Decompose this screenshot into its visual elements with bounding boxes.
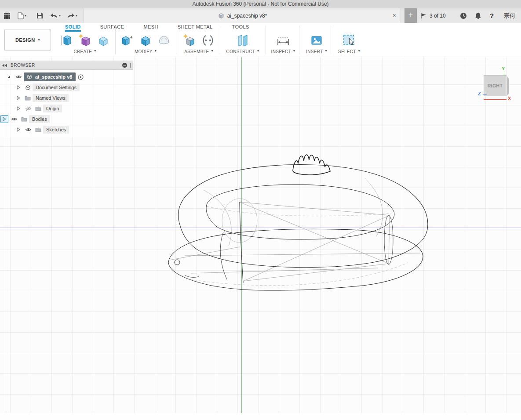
remove-filter-icon[interactable]	[122, 62, 128, 68]
document-tab[interactable]: ai_spaceship v8*	[218, 12, 267, 19]
ribbon-separator	[299, 25, 299, 54]
axis-y-tick	[504, 71, 504, 75]
save-icon[interactable]	[36, 8, 43, 23]
redo-icon[interactable]: ▾	[67, 8, 77, 23]
axis-z-tick	[483, 94, 487, 94]
browser-header: BROWSER	[0, 61, 133, 70]
visibility-eye-icon[interactable]	[9, 117, 19, 121]
close-tab-icon[interactable]: ×	[393, 8, 396, 23]
user-account-name[interactable]: 宗何	[504, 8, 515, 23]
canvas-bottom-strip	[0, 413, 521, 420]
activate-component-radio[interactable]	[76, 74, 85, 80]
expand-icon[interactable]	[14, 127, 23, 132]
tab-surface[interactable]: SURFACE	[100, 23, 124, 32]
tab-sheet-metal[interactable]: SHEET METAL	[178, 23, 213, 32]
file-menu-icon[interactable]: ▾	[18, 8, 26, 23]
expand-icon-focused[interactable]	[0, 115, 8, 123]
axis-y-label: Y	[502, 66, 505, 71]
shell-icon[interactable]	[157, 33, 171, 48]
fillet-icon[interactable]	[138, 33, 153, 48]
ribbon: DESIGN ▾ SOLID SURFACE MESH SHEET METAL …	[0, 23, 521, 57]
expand-icon[interactable]	[14, 106, 23, 111]
document-tabstrip: ai_spaceship v8* ×	[84, 8, 401, 23]
job-status[interactable]: 3 of 10	[420, 8, 446, 23]
group-label-assemble[interactable]: ASSEMBLE▾	[179, 49, 218, 54]
design-menu-button[interactable]: DESIGN ▾	[4, 29, 51, 51]
expand-icon[interactable]	[14, 85, 23, 90]
expand-icon[interactable]	[14, 96, 23, 100]
window-title: Autodesk Fusion 360 (Personal - Not for …	[192, 1, 328, 7]
undo-caret[interactable]: ▾	[59, 14, 61, 18]
history-clock-icon[interactable]	[460, 8, 467, 23]
tree-row-root[interactable]: ai_spaceship v8	[0, 72, 133, 82]
axis-x-label: X	[508, 96, 511, 101]
viewport-canvas[interactable]: Y RIGHT Z X BROWSER	[0, 57, 521, 420]
new-component-icon[interactable]	[182, 33, 197, 48]
viewcube-side-face[interactable]	[507, 76, 509, 96]
ribbon-separator	[266, 25, 266, 54]
root-document-item[interactable]: ai_spaceship v8	[24, 72, 76, 81]
create-form-icon[interactable]	[78, 33, 92, 48]
viewcube[interactable]: Y RIGHT Z X	[477, 66, 521, 105]
tree-row-named-views[interactable]: Named Views	[0, 93, 133, 103]
folder-icon	[33, 106, 43, 111]
tree-row-document-settings[interactable]: Document Settings	[0, 82, 133, 93]
redo-caret[interactable]: ▾	[76, 14, 77, 18]
gear-icon	[23, 85, 33, 91]
group-label-modify[interactable]: MODIFY▾	[118, 49, 173, 54]
derive-icon[interactable]	[96, 33, 110, 48]
ribbon-separator	[331, 25, 331, 54]
group-label-construct[interactable]: CONSTRUCT▾	[225, 49, 260, 54]
extrude-icon[interactable]	[59, 33, 73, 48]
tree-row-sketches[interactable]: Sketches	[0, 124, 133, 135]
root-document-label: ai_spaceship v8	[35, 74, 72, 80]
document-cube-icon	[218, 12, 225, 19]
titlebar: Autodesk Fusion 360 (Personal - Not for …	[0, 0, 521, 8]
app-grid-icon[interactable]	[4, 8, 11, 23]
ribbon-separator	[176, 25, 176, 54]
ribbon-separator	[221, 25, 221, 54]
document-tab-title: ai_spaceship v8*	[227, 13, 267, 19]
group-label-select[interactable]: SELECT▾	[333, 49, 365, 54]
tab-mesh[interactable]: MESH	[143, 23, 158, 32]
group-label-create[interactable]: CREATE▾	[57, 49, 113, 54]
construct-plane-icon[interactable]	[236, 33, 250, 48]
tree-item-label: Document Settings	[33, 83, 80, 91]
measure-icon[interactable]	[276, 33, 290, 48]
browser-tree: ai_spaceship v8	[0, 70, 133, 138]
root-visibility-eye-icon[interactable]	[13, 75, 24, 79]
panel-grip[interactable]	[130, 63, 131, 68]
group-label-inspect[interactable]: INSPECT▾	[268, 49, 298, 54]
browser-title: BROWSER	[11, 63, 35, 68]
tree-row-bodies[interactable]: Bodies	[0, 114, 133, 124]
tree-item-label: Origin	[43, 105, 62, 112]
group-select: SELECT▾	[333, 32, 365, 57]
group-assemble: ASSEMBLE▾	[179, 32, 218, 57]
file-caret[interactable]: ▾	[25, 14, 26, 18]
canvas-image-icon[interactable]	[310, 33, 324, 48]
root-expand-icon[interactable]	[4, 75, 13, 79]
viewcube-right-face[interactable]: RIGHT	[484, 75, 506, 96]
notifications-bell-icon[interactable]	[475, 8, 481, 23]
folder-icon	[33, 127, 43, 132]
collapse-panel-icon[interactable]	[2, 63, 8, 68]
new-tab-button[interactable]: +	[404, 8, 417, 23]
tree-row-origin[interactable]: Origin	[0, 103, 133, 114]
tab-tools[interactable]: TOOLS	[232, 23, 249, 32]
job-status-icon	[420, 13, 427, 19]
quick-toolbar: ▾ ▾ ▾	[0, 8, 521, 23]
group-label-insert[interactable]: INSERT▾	[302, 49, 332, 54]
group-construct: CONSTRUCT▾	[225, 32, 260, 57]
tab-solid[interactable]: SOLID	[65, 23, 81, 32]
visibility-eye-off-icon[interactable]	[23, 106, 33, 111]
visibility-eye-icon[interactable]	[23, 127, 33, 132]
press-pull-icon[interactable]	[120, 33, 134, 48]
job-status-count: 3 of 10	[430, 13, 446, 19]
axis-x-line	[484, 99, 506, 100]
tree-item-label: Named Views	[33, 94, 69, 102]
axis-z-label: Z	[478, 91, 481, 96]
help-icon[interactable]: ?	[490, 8, 494, 23]
joint-icon[interactable]	[201, 33, 215, 48]
undo-icon[interactable]: ▾	[50, 8, 61, 23]
select-icon[interactable]	[342, 33, 356, 48]
